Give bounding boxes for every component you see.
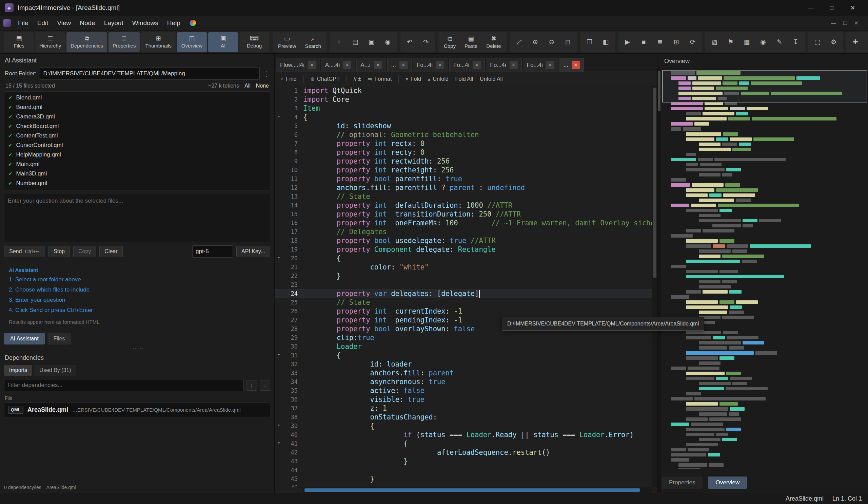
model-input[interactable] [192, 245, 233, 258]
code-line[interactable]: 21 color: "white" [275, 263, 652, 272]
code-line[interactable]: 12 anchors.fill: parentfill ? parent : u… [275, 183, 652, 192]
code-line[interactable]: 3Item [275, 104, 652, 113]
editor-tab[interactable]: ...✕ [559, 58, 584, 72]
menu-item-layout[interactable]: Layout [100, 17, 128, 29]
code-line[interactable]: 42 afterLoadSequence.restart() [275, 448, 652, 457]
code-line[interactable]: 30 Loader [275, 342, 652, 351]
api-key-button[interactable]: API Key... [236, 246, 270, 257]
code-line[interactable]: 9 property int rectwidth: 256 [275, 157, 652, 165]
edit-button[interactable]: ✎ [772, 33, 787, 51]
file-checkbox-row[interactable]: ✔Blend.qml [4, 93, 270, 102]
overview-panel-tab-overview[interactable]: Overview [708, 476, 747, 489]
maximize-button[interactable]: □ [821, 0, 842, 16]
menu-item-view[interactable]: View [53, 17, 75, 29]
tab-close-icon[interactable]: ✕ [510, 61, 518, 69]
tab-close-icon[interactable]: ✕ [308, 61, 316, 69]
view-button-thumbnails[interactable]: ⊞Thumbnails [141, 32, 176, 52]
copy-button[interactable]: Copy [73, 246, 96, 257]
file-checkbox-row[interactable]: ✔Camera3D.qml [4, 112, 270, 121]
code-line[interactable]: 23 [275, 280, 652, 289]
filter-dependencies-input[interactable] [4, 379, 244, 391]
editor-tab[interactable]: Fo...4i✕ [486, 58, 521, 72]
paste-button[interactable]: ▤Paste [461, 33, 482, 51]
preview-button[interactable]: ▭Preview [274, 33, 300, 51]
mdi-restore-icon[interactable]: ❐ [843, 20, 847, 26]
select-all-link[interactable]: All [245, 83, 250, 89]
mdi-close-icon[interactable]: ✕ [854, 20, 858, 26]
vertical-scrollbar[interactable] [652, 86, 657, 487]
view-button-files[interactable]: ▤Files [4, 32, 34, 52]
menu-item-file[interactable]: File [13, 17, 33, 29]
code-line[interactable]: 32 id: loader [275, 360, 652, 369]
fold-marker-icon[interactable]: ▾ [278, 441, 280, 445]
timeline-button[interactable]: ≣ [652, 33, 668, 51]
record-button[interactable]: ◉ [755, 33, 771, 51]
minimize-button[interactable]: — [800, 0, 821, 16]
browse-button[interactable]: ⋮ [263, 70, 270, 78]
editor-tab[interactable]: A...i✕ [356, 58, 386, 72]
deps-tab-used-by-31[interactable]: Used By (31) [34, 365, 76, 376]
sort-ascending-button[interactable]: ↑ [247, 380, 257, 391]
tab-close-icon[interactable]: ✕ [546, 61, 554, 69]
editor-tool-find[interactable]: ⌕Find [281, 76, 297, 82]
code-line[interactable]: 40 if (status === Loader.Ready || status… [275, 430, 652, 439]
tab-close-icon[interactable]: ✕ [374, 61, 382, 69]
code-line[interactable]: 5 id: slideshow [275, 121, 652, 130]
clear-button[interactable]: Clear [99, 246, 122, 257]
add-button[interactable]: + [331, 33, 347, 51]
flag-button[interactable]: ⚑ [723, 33, 738, 51]
window-layout-button[interactable]: ◧ [598, 33, 614, 51]
zoom-in-button[interactable]: ⊕ [528, 33, 543, 51]
code-line[interactable]: 7 property int rectx: 0 [275, 139, 652, 148]
code-line[interactable]: 16 property int oneFrameMs: 100 // ~1 Fr… [275, 219, 652, 228]
file-checkbox-row[interactable]: ✔CheckBoard.qml [4, 121, 270, 131]
code-line[interactable]: 45 } [275, 474, 652, 483]
code-line[interactable]: 1import QtQuick [275, 86, 652, 95]
editor-tool-fold[interactable]: ▾Fold [405, 76, 421, 82]
tab-close-icon[interactable]: ✕ [572, 61, 580, 69]
undo-button[interactable]: ↶ [402, 33, 417, 51]
menu-item-edit[interactable]: Edit [33, 17, 53, 29]
code-line[interactable]: 8 property int recty: 0 [275, 148, 652, 157]
palette-icon[interactable] [189, 19, 197, 27]
menu-item-windows[interactable]: Windows [128, 17, 163, 29]
code-line[interactable]: 29 clip:true [275, 333, 652, 342]
snapshot-button[interactable]: ◉ [380, 33, 396, 51]
file-checkbox-row[interactable]: ✔Number.qml [4, 179, 270, 188]
code-line[interactable]: 15 property int transitionDuration: 250 … [275, 210, 652, 219]
file-checkbox-row[interactable]: ✔ContentTest.qml [4, 131, 270, 141]
pin-button[interactable]: ↧ [788, 33, 804, 51]
zoom-out-button[interactable]: ⊖ [544, 33, 559, 51]
code-line[interactable]: ▾4{ [275, 113, 652, 121]
code-line[interactable]: 38 onStatusChanged: [275, 413, 652, 422]
fold-marker-icon[interactable]: ▾ [278, 255, 280, 260]
tab-close-icon[interactable]: ✕ [473, 61, 481, 69]
code-line[interactable]: ▾39 { [275, 422, 652, 430]
editor-tab[interactable]: ...✕ [387, 58, 412, 72]
pattern-button[interactable]: ▦ [739, 33, 755, 51]
code-line[interactable]: 19 property Component delegate: Rectangl… [275, 245, 652, 254]
dependency-file-row[interactable]: QML AreaSlide.qml …ERSIVE/CUBE4DEV-TEMPL… [4, 403, 270, 417]
view-button-debug[interactable]: ⌨Debug [239, 32, 269, 52]
stop-button[interactable]: ■ [636, 33, 652, 51]
save-button[interactable]: ▣ [364, 33, 380, 51]
refresh-button[interactable]: ⟳ [685, 33, 701, 51]
overview-panel-tab-properties[interactable]: Properties [662, 476, 703, 489]
code-line[interactable]: 46 [275, 483, 652, 487]
question-input[interactable] [4, 194, 270, 242]
code-line[interactable]: 37 z: 1 [275, 404, 652, 413]
editor-tab[interactable]: A....4i✕ [321, 58, 355, 72]
delete-button[interactable]: ✖Delete [482, 33, 505, 51]
tab-close-icon[interactable]: ✕ [343, 61, 351, 69]
code-line[interactable]: 11 property bool parentfill: true [275, 174, 652, 183]
code-line[interactable]: 6 // optional: Geometrie beibehalten [275, 130, 652, 139]
code-line[interactable]: 36 visible: true [275, 395, 652, 404]
zoom-fit-button[interactable]: ⊡ [560, 33, 576, 51]
visibility-button[interactable]: ◎ [864, 33, 868, 51]
move-button[interactable]: ✚ [848, 33, 863, 51]
view-button-hierarchy[interactable]: ☰Hierarchy [35, 32, 65, 52]
view-button-dependencies[interactable]: ⧉Dependencies [66, 32, 107, 52]
code-line[interactable]: 14 property int defaultDuration: 1000 //… [275, 201, 652, 210]
fold-marker-icon[interactable]: ▾ [278, 352, 280, 357]
fold-marker-icon[interactable]: ▾ [278, 114, 280, 119]
